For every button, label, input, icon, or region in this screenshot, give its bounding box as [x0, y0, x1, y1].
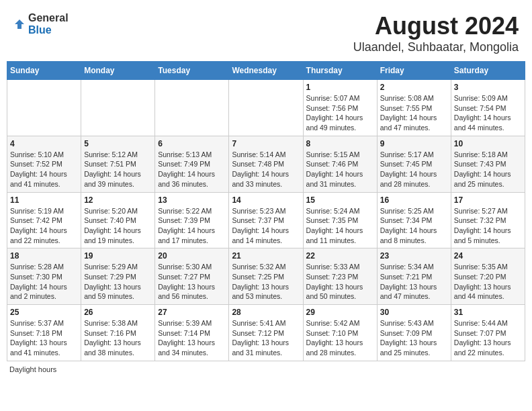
day-info: Sunrise: 5:42 AMSunset: 7:10 PMDaylight:…	[306, 318, 374, 358]
day-number: 31	[454, 308, 522, 317]
day-number: 8	[306, 139, 374, 148]
calendar: Sunday Monday Tuesday Wednesday Thursday…	[7, 61, 525, 361]
calendar-cell	[7, 80, 81, 136]
day-number: 27	[158, 308, 226, 317]
logo: General Blue	[13, 12, 69, 36]
calendar-cell: 1Sunrise: 5:07 AMSunset: 7:56 PMDaylight…	[303, 80, 377, 136]
calendar-cell: 13Sunrise: 5:22 AMSunset: 7:39 PMDayligh…	[155, 192, 229, 248]
calendar-cell: 16Sunrise: 5:25 AMSunset: 7:34 PMDayligh…	[377, 192, 451, 248]
day-info: Sunrise: 5:23 AMSunset: 7:37 PMDaylight:…	[232, 206, 300, 246]
day-info: Sunrise: 5:08 AMSunset: 7:55 PMDaylight:…	[380, 93, 448, 133]
day-number: 24	[454, 251, 522, 261]
calendar-cell: 25Sunrise: 5:37 AMSunset: 7:18 PMDayligh…	[7, 305, 81, 361]
day-number: 15	[306, 195, 374, 205]
calendar-cell: 18Sunrise: 5:28 AMSunset: 7:30 PMDayligh…	[7, 248, 81, 305]
calendar-cell: 30Sunrise: 5:43 AMSunset: 7:09 PMDayligh…	[377, 305, 451, 361]
day-number: 4	[10, 139, 78, 148]
calendar-cell: 20Sunrise: 5:30 AMSunset: 7:27 PMDayligh…	[155, 248, 229, 305]
calendar-cell: 10Sunrise: 5:18 AMSunset: 7:43 PMDayligh…	[451, 136, 525, 192]
calendar-cell: 22Sunrise: 5:33 AMSunset: 7:23 PMDayligh…	[303, 248, 377, 305]
day-info: Sunrise: 5:33 AMSunset: 7:23 PMDaylight:…	[306, 262, 374, 302]
col-wednesday: Wednesday	[229, 62, 303, 80]
day-info: Sunrise: 5:28 AMSunset: 7:30 PMDaylight:…	[10, 262, 78, 302]
calendar-cell: 7Sunrise: 5:14 AMSunset: 7:48 PMDaylight…	[229, 136, 303, 192]
col-saturday: Saturday	[451, 62, 525, 80]
day-number: 17	[454, 195, 522, 205]
calendar-cell	[81, 80, 155, 136]
main-title: August 2024	[353, 12, 519, 40]
day-info: Sunrise: 5:43 AMSunset: 7:09 PMDaylight:…	[380, 318, 448, 358]
logo-blue: Blue	[28, 24, 69, 36]
day-number: 28	[232, 308, 300, 317]
day-number: 5	[84, 139, 152, 148]
logo-icon	[13, 18, 26, 30]
day-info: Sunrise: 5:24 AMSunset: 7:35 PMDaylight:…	[306, 206, 374, 246]
day-info: Sunrise: 5:27 AMSunset: 7:32 PMDaylight:…	[454, 206, 522, 246]
day-number: 2	[380, 83, 448, 92]
calendar-week-3: 11Sunrise: 5:19 AMSunset: 7:42 PMDayligh…	[7, 192, 525, 248]
day-number: 12	[84, 195, 152, 205]
calendar-cell	[229, 80, 303, 136]
day-number: 16	[380, 195, 448, 205]
day-number: 21	[232, 251, 300, 261]
day-number: 20	[158, 251, 226, 261]
day-info: Sunrise: 5:07 AMSunset: 7:56 PMDaylight:…	[306, 93, 374, 133]
calendar-week-1: 1Sunrise: 5:07 AMSunset: 7:56 PMDaylight…	[7, 80, 525, 136]
day-number: 29	[306, 308, 374, 317]
svg-marker-0	[15, 19, 24, 29]
calendar-cell	[155, 80, 229, 136]
day-info: Sunrise: 5:17 AMSunset: 7:45 PMDaylight:…	[380, 150, 448, 189]
col-monday: Monday	[81, 62, 155, 80]
calendar-cell: 23Sunrise: 5:34 AMSunset: 7:21 PMDayligh…	[377, 248, 451, 305]
day-info: Sunrise: 5:15 AMSunset: 7:46 PMDaylight:…	[306, 150, 374, 189]
day-number: 14	[232, 195, 300, 205]
day-info: Sunrise: 5:29 AMSunset: 7:29 PMDaylight:…	[84, 262, 152, 302]
header: General Blue August 2024 Ulaandel, Suhba…	[7, 7, 525, 57]
footer-note: Daylight hours	[7, 365, 525, 373]
calendar-cell: 29Sunrise: 5:42 AMSunset: 7:10 PMDayligh…	[303, 305, 377, 361]
calendar-cell: 5Sunrise: 5:12 AMSunset: 7:51 PMDaylight…	[81, 136, 155, 192]
col-sunday: Sunday	[7, 62, 81, 80]
subtitle: Ulaandel, Suhbaatar, Mongolia	[353, 40, 519, 54]
logo-text: General Blue	[28, 12, 69, 36]
calendar-cell: 26Sunrise: 5:38 AMSunset: 7:16 PMDayligh…	[81, 305, 155, 361]
day-info: Sunrise: 5:39 AMSunset: 7:14 PMDaylight:…	[158, 318, 226, 358]
logo-general: General	[28, 12, 69, 24]
day-info: Sunrise: 5:22 AMSunset: 7:39 PMDaylight:…	[158, 206, 226, 246]
day-info: Sunrise: 5:19 AMSunset: 7:42 PMDaylight:…	[10, 206, 78, 246]
day-number: 1	[306, 83, 374, 92]
day-number: 18	[10, 251, 78, 261]
calendar-header-row: Sunday Monday Tuesday Wednesday Thursday…	[7, 62, 525, 80]
calendar-cell: 3Sunrise: 5:09 AMSunset: 7:54 PMDaylight…	[451, 80, 525, 136]
day-number: 22	[306, 251, 374, 261]
day-info: Sunrise: 5:35 AMSunset: 7:20 PMDaylight:…	[454, 262, 522, 302]
day-info: Sunrise: 5:10 AMSunset: 7:52 PMDaylight:…	[10, 150, 78, 189]
day-info: Sunrise: 5:41 AMSunset: 7:12 PMDaylight:…	[232, 318, 300, 358]
col-tuesday: Tuesday	[155, 62, 229, 80]
day-number: 26	[84, 308, 152, 317]
calendar-cell: 14Sunrise: 5:23 AMSunset: 7:37 PMDayligh…	[229, 192, 303, 248]
calendar-cell: 17Sunrise: 5:27 AMSunset: 7:32 PMDayligh…	[451, 192, 525, 248]
calendar-cell: 19Sunrise: 5:29 AMSunset: 7:29 PMDayligh…	[81, 248, 155, 305]
day-info: Sunrise: 5:09 AMSunset: 7:54 PMDaylight:…	[454, 93, 522, 133]
title-area: August 2024 Ulaandel, Suhbaatar, Mongoli…	[353, 12, 519, 54]
calendar-week-2: 4Sunrise: 5:10 AMSunset: 7:52 PMDaylight…	[7, 136, 525, 192]
calendar-cell: 21Sunrise: 5:32 AMSunset: 7:25 PMDayligh…	[229, 248, 303, 305]
calendar-week-5: 25Sunrise: 5:37 AMSunset: 7:18 PMDayligh…	[7, 305, 525, 361]
day-number: 7	[232, 139, 300, 148]
calendar-cell: 11Sunrise: 5:19 AMSunset: 7:42 PMDayligh…	[7, 192, 81, 248]
day-number: 13	[158, 195, 226, 205]
day-number: 3	[454, 83, 522, 92]
day-info: Sunrise: 5:20 AMSunset: 7:40 PMDaylight:…	[84, 206, 152, 246]
day-info: Sunrise: 5:32 AMSunset: 7:25 PMDaylight:…	[232, 262, 300, 302]
day-info: Sunrise: 5:34 AMSunset: 7:21 PMDaylight:…	[380, 262, 448, 302]
calendar-cell: 4Sunrise: 5:10 AMSunset: 7:52 PMDaylight…	[7, 136, 81, 192]
day-info: Sunrise: 5:37 AMSunset: 7:18 PMDaylight:…	[10, 318, 78, 358]
day-number: 6	[158, 139, 226, 148]
calendar-cell: 27Sunrise: 5:39 AMSunset: 7:14 PMDayligh…	[155, 305, 229, 361]
calendar-cell: 31Sunrise: 5:44 AMSunset: 7:07 PMDayligh…	[451, 305, 525, 361]
calendar-cell: 24Sunrise: 5:35 AMSunset: 7:20 PMDayligh…	[451, 248, 525, 305]
calendar-cell: 9Sunrise: 5:17 AMSunset: 7:45 PMDaylight…	[377, 136, 451, 192]
col-friday: Friday	[377, 62, 451, 80]
calendar-week-4: 18Sunrise: 5:28 AMSunset: 7:30 PMDayligh…	[7, 248, 525, 305]
